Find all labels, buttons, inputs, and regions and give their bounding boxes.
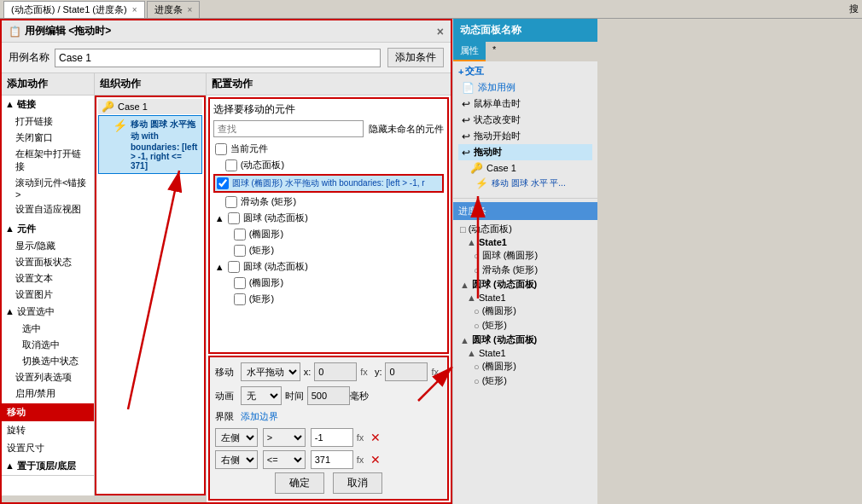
tree-child-toggle-select[interactable]: 切换选中状态 bbox=[2, 353, 94, 369]
rt-circle-state1-a[interactable]: ▲ State1 bbox=[457, 292, 594, 304]
tree-child-set-text[interactable]: 设置文本 bbox=[2, 270, 94, 287]
el-current[interactable]: 当前元件 bbox=[213, 141, 444, 157]
rt-dynamic-panel[interactable]: □ (动态面板) bbox=[457, 222, 594, 236]
tree-child-select[interactable]: 选中 bbox=[2, 321, 94, 337]
x-input[interactable] bbox=[314, 362, 357, 381]
rt-oval-1-label: 圆球 (椭圆形) bbox=[482, 249, 538, 262]
tree-section-element[interactable]: ▲ 元件 bbox=[2, 220, 94, 238]
interaction-section: + 交互 📄 添加用例 ↩ 鼠标单击时 ↩ 状态改变时 ↩ 拖动开始时 bbox=[453, 61, 597, 194]
search-row: 隐藏未命名的元件 bbox=[213, 120, 444, 137]
tab-2-close[interactable]: × bbox=[188, 5, 193, 14]
action-item-label: 移动 圆球 水平拖动 with boundaries: [left > -1, … bbox=[131, 119, 198, 171]
tree-child-set-image[interactable]: 设置图片 bbox=[2, 287, 94, 303]
tree-section-layer[interactable]: ▲ 置于顶层/底层 bbox=[2, 457, 94, 475]
boundary-side-1[interactable]: 左侧 右侧 顶部 底部 bbox=[215, 428, 258, 447]
tree-child-panel-state[interactable]: 设置面板状态 bbox=[2, 254, 94, 270]
tree-child-deselect[interactable]: 取消选中 bbox=[2, 337, 94, 353]
el-rect-1[interactable]: (矩形) bbox=[213, 242, 444, 258]
tree-item-move[interactable]: 移动 bbox=[2, 403, 94, 421]
right-tab-other[interactable]: * bbox=[486, 42, 503, 61]
rt-oval-b[interactable]: ○ (椭圆形) bbox=[457, 359, 594, 374]
el-oval-2-label: (椭圆形) bbox=[249, 276, 283, 289]
right-tab-properties[interactable]: 属性 bbox=[453, 42, 486, 61]
tree-child-adaptive[interactable]: 设置自适应视图 bbox=[2, 201, 94, 217]
el-section-2-checkbox[interactable] bbox=[228, 261, 240, 273]
el-oval-2-checkbox[interactable] bbox=[234, 277, 246, 289]
time-input[interactable] bbox=[307, 386, 350, 405]
tree-child-set-list-item[interactable]: 设置列表选项 bbox=[2, 369, 94, 385]
tree-child-enable-disable[interactable]: 启用/禁用 bbox=[2, 385, 94, 402]
search-input[interactable] bbox=[213, 120, 364, 137]
el-oval-2[interactable]: (椭圆形) bbox=[213, 275, 444, 291]
el-circle-highlighted[interactable]: 圆球 (椭圆形) 水平拖动 with boundaries: [left > -… bbox=[213, 174, 444, 193]
rt-rect-a[interactable]: ○ (矩形) bbox=[457, 318, 594, 333]
el-section-1-checkbox[interactable] bbox=[228, 212, 240, 224]
boundary-val-2[interactable] bbox=[311, 450, 353, 469]
rt-circle-dp-1[interactable]: ▲ 圆球 (动态面板) bbox=[457, 277, 594, 292]
case-item-label: Case 1 bbox=[118, 101, 148, 112]
rt-circle-dp-2[interactable]: ▲ 圆球 (动态面板) bbox=[457, 333, 594, 347]
event-drag-start[interactable]: ↩ 拖动开始时 bbox=[458, 128, 592, 144]
tree-item-set-size[interactable]: 设置尺寸 bbox=[2, 439, 94, 457]
tree-child-show-hide[interactable]: 显示/隐藏 bbox=[2, 238, 94, 254]
add-condition-button[interactable]: 添加条件 bbox=[387, 48, 444, 67]
configure-action-col: 配置动作 选择要移动的元件 隐藏未命名的元件 当前元件 bbox=[207, 73, 451, 502]
tab-1-close[interactable]: × bbox=[132, 5, 137, 14]
rt-rect-b-icon: ○ bbox=[474, 376, 480, 386]
el-rect-2[interactable]: (矩形) bbox=[213, 291, 444, 307]
boundary-side-2[interactable]: 左侧 右侧 顶部 底部 bbox=[215, 450, 258, 469]
use-case-input[interactable] bbox=[55, 49, 381, 67]
el-rect-1-checkbox[interactable] bbox=[234, 245, 246, 257]
rt-oval-a[interactable]: ○ (椭圆形) bbox=[457, 304, 594, 318]
ok-button[interactable]: 确定 bbox=[275, 472, 324, 494]
el-section-2-expand[interactable]: ▲ bbox=[215, 262, 224, 272]
interaction-title: + 交互 bbox=[458, 65, 592, 78]
el-circle-checkbox[interactable] bbox=[217, 177, 229, 189]
rt-circle-state1-b[interactable]: ▲ State1 bbox=[457, 347, 594, 359]
right-action-1[interactable]: ⚡ 移动 圆球 水平 平... bbox=[458, 176, 592, 191]
event-drag[interactable]: ↩ 拖动时 bbox=[458, 144, 592, 160]
case-item[interactable]: 🔑 Case 1 bbox=[98, 99, 202, 114]
tree-section-set-selected[interactable]: ▲ 设置选中 bbox=[2, 303, 94, 321]
boundary-op-1[interactable]: > >= < <= = bbox=[263, 428, 306, 447]
boundary-delete-2[interactable]: ✕ bbox=[370, 453, 381, 466]
tree-child-scroll[interactable]: 滚动到元件<锚接> bbox=[2, 175, 94, 201]
y-input[interactable] bbox=[385, 362, 428, 381]
boundary-op-2[interactable]: > >= < <= = bbox=[263, 450, 306, 469]
rt-slider[interactable]: ○ 滑动条 (矩形) bbox=[457, 263, 594, 277]
rt-oval-1[interactable]: ○ 圆球 (椭圆形) bbox=[457, 248, 594, 263]
tab-1[interactable]: (动态面板) / State1 (进度条) × bbox=[3, 1, 145, 18]
el-current-checkbox[interactable] bbox=[215, 143, 227, 155]
el-rect-2-checkbox[interactable] bbox=[234, 293, 246, 305]
rt-slider-icon: ○ bbox=[474, 265, 480, 275]
rt-rect-b[interactable]: ○ (矩形) bbox=[457, 374, 594, 388]
event-mouse-click[interactable]: ↩ 鼠标单击时 bbox=[458, 96, 592, 112]
event-state-change[interactable]: ↩ 状态改变时 bbox=[458, 112, 592, 128]
right-case-1[interactable]: 🔑 Case 1 bbox=[458, 160, 592, 176]
el-section-1-expand[interactable]: ▲ bbox=[215, 213, 224, 223]
organize-action-title: 组织动作 bbox=[95, 73, 206, 96]
el-oval-1[interactable]: (椭圆形) bbox=[213, 226, 444, 242]
el-slider[interactable]: 滑动条 (矩形) bbox=[213, 194, 444, 210]
anim-select[interactable]: 无 线性 缓动 bbox=[241, 386, 282, 405]
el-dynamic-panel[interactable]: (动态面板) bbox=[213, 157, 444, 173]
editor-close-button[interactable]: × bbox=[437, 25, 444, 38]
tree-child-open-link[interactable]: 打开链接 bbox=[2, 113, 94, 130]
tree-section-link[interactable]: ▲ 链接 bbox=[2, 96, 94, 113]
cancel-button[interactable]: 取消 bbox=[333, 472, 382, 494]
el-oval-1-checkbox[interactable] bbox=[234, 229, 246, 240]
el-slider-checkbox[interactable] bbox=[225, 196, 237, 208]
boundary-val-1[interactable] bbox=[311, 428, 353, 447]
rt-dynamic-panel-label: (动态面板) bbox=[469, 223, 512, 235]
rt-state1[interactable]: ▲ State1 bbox=[457, 236, 594, 248]
add-use-case[interactable]: 📄 添加用例 bbox=[458, 79, 592, 96]
tree-item-rotate[interactable]: 旋转 bbox=[2, 421, 94, 439]
tree-child-close-window[interactable]: 关闭窗口 bbox=[2, 130, 94, 146]
tree-child-open-in-frame[interactable]: 在框架中打开链接 bbox=[2, 146, 94, 175]
action-item[interactable]: ⚡ 移动 圆球 水平拖动 with boundaries: [left > -1… bbox=[98, 115, 202, 174]
move-select[interactable]: 水平拖动 垂直拖动 拖动 到达 bbox=[241, 362, 300, 381]
add-boundary-link[interactable]: 添加边界 bbox=[241, 410, 278, 423]
el-dynamic-panel-checkbox[interactable] bbox=[225, 159, 237, 171]
boundary-delete-1[interactable]: ✕ bbox=[370, 431, 381, 444]
tab-2[interactable]: 进度条 × bbox=[147, 1, 201, 18]
